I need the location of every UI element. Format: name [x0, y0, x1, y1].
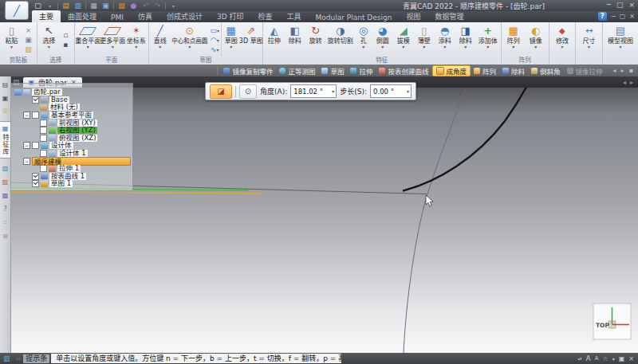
- tab-modular-plant-design[interactable]: Modular Plant Design: [308, 13, 399, 22]
- new-dropdown-icon[interactable]: ▾: [45, 2, 54, 10]
- customize-quick-access-icon[interactable]: ▾: [169, 2, 178, 10]
- doc-restore-icon[interactable]: ▢: [620, 13, 626, 20]
- line-button[interactable]: ╱ 直线▾: [150, 23, 171, 57]
- cmd-extrude[interactable]: 拉伸: [347, 65, 376, 76]
- tab-generative-design[interactable]: 创成式设计: [160, 10, 210, 22]
- text-larger-icon[interactable]: A: [586, 354, 591, 362]
- close-prompt-icon[interactable]: ×: [628, 355, 634, 362]
- redo-icon[interactable]: ↷: [153, 2, 162, 10]
- step-input[interactable]: 0.00 ° ▾: [370, 84, 412, 98]
- tab-data-management[interactable]: 数据管理: [427, 10, 471, 22]
- cmd-mirror-copy-part[interactable]: 镜像复制零件: [220, 65, 276, 76]
- angle-option-button[interactable]: ◪: [210, 84, 232, 99]
- tree-row-top-plane[interactable]: 俯视图 (XZ): [13, 135, 131, 143]
- strip-left-icon[interactable]: ◂: [613, 67, 616, 74]
- model-view-button[interactable]: ▤ 模型视图▾: [604, 23, 637, 57]
- cmd-cut[interactable]: 除料: [499, 65, 528, 76]
- hole-button[interactable]: ◎ 孔▾: [355, 23, 372, 57]
- draft-button[interactable]: ◢ 拔模▾: [393, 23, 414, 57]
- stepper-icon[interactable]: ▴▾: [578, 357, 582, 361]
- tab-3d-print[interactable]: 3D 打印: [210, 10, 251, 22]
- select-options-icon[interactable]: ▫: [61, 31, 71, 40]
- anchor-dots-icon[interactable]: ∷: [2, 218, 10, 226]
- select-filter-icon[interactable]: ▪: [61, 41, 71, 49]
- cut-icon[interactable]: ×: [23, 26, 33, 35]
- extrude-button[interactable]: ◭ 拉伸: [264, 23, 285, 57]
- help-tab-icon[interactable]: ?: [2, 205, 10, 213]
- pathfinder-tab-icon[interactable]: ▤: [2, 80, 10, 88]
- more-planes-button[interactable]: 更多平面▾: [100, 23, 125, 57]
- undo-icon[interactable]: ↶: [141, 2, 150, 10]
- checkbox-checked[interactable]: [32, 180, 39, 187]
- key-icon[interactable]: ⚿: [2, 108, 10, 115]
- tab-surfacing[interactable]: 曲面处理: [61, 10, 104, 22]
- help-icon[interactable]: ?: [598, 12, 607, 21]
- doc-close-icon[interactable]: ×: [629, 13, 635, 20]
- minimize-icon[interactable]: ─: [607, 1, 611, 9]
- round-button[interactable]: ◕ 倒圆▾: [372, 23, 393, 57]
- view-dropdown-icon[interactable]: ▾: [612, 356, 615, 362]
- sketch-button[interactable]: ▦ 草图▾: [221, 23, 241, 57]
- remove-material-button[interactable]: ◨ 除料▾: [455, 23, 476, 57]
- coordinate-system-button[interactable]: ✶ 坐标系▾: [125, 23, 148, 57]
- collapse-icon[interactable]: −: [23, 158, 30, 165]
- tree-row-reference-planes[interactable]: − 基本参考平面: [13, 112, 131, 119]
- text-smaller-icon[interactable]: A: [595, 355, 599, 362]
- checkbox-unchecked[interactable]: [40, 119, 47, 127]
- prompt-window-icon[interactable]: ▥: [3, 354, 10, 362]
- checkbox-unchecked[interactable]: [40, 127, 47, 134]
- save-icon[interactable]: ▥: [73, 2, 82, 10]
- tree-row-sketch-1[interactable]: 草图 1: [13, 180, 131, 188]
- revolve-button[interactable]: ↻ 旋转: [305, 23, 326, 57]
- print-icon[interactable]: ▦: [89, 2, 98, 10]
- arc-icon[interactable]: ◠▾: [210, 36, 220, 45]
- favorites-icon[interactable]: ☆: [603, 355, 608, 362]
- checkbox-unchecked[interactable]: [32, 142, 39, 149]
- center-point-circle-button[interactable]: ⊙ 中心和点画圆▾: [171, 23, 209, 57]
- angle-input[interactable]: 181.02 ° ▾: [290, 84, 337, 98]
- pathfinder-panel[interactable]: ┈┈┈┈┈┈ 齿轮.par Base 材料 (无) − 基本参考平面 前视图 (…: [10, 83, 133, 191]
- sketch-3d-button[interactable]: ⇗ 3D 草图: [241, 23, 262, 57]
- curve-icon[interactable]: ∿▾: [210, 45, 220, 54]
- fit-view-icon[interactable]: ▣: [619, 355, 625, 362]
- strip-grip-handle[interactable]: ┊: [215, 67, 219, 75]
- tree-row-table-curve-1[interactable]: 按表曲线 1: [13, 173, 131, 181]
- doc-minimize-icon[interactable]: ─: [612, 13, 616, 20]
- family-of-parts-tab-icon[interactable]: ▧: [2, 164, 10, 172]
- sensors-tab-icon[interactable]: ▣: [2, 94, 10, 102]
- cmd-pattern[interactable]: 阵列: [471, 65, 499, 76]
- collapse-icon[interactable]: −: [23, 142, 30, 149]
- select-button[interactable]: ↖ 选择▾: [38, 23, 60, 57]
- cmd-at-angle[interactable]: 成角度: [432, 65, 471, 76]
- cut-button[interactable]: ◧ 除料: [285, 23, 305, 57]
- coincident-plane-button[interactable]: 重合平面▾: [76, 23, 100, 57]
- angle-dropdown-icon[interactable]: ▾: [332, 88, 334, 94]
- tab-view[interactable]: 视图: [399, 10, 427, 22]
- checkbox-unchecked[interactable]: [40, 165, 47, 172]
- copy-icon[interactable]: ▣: [23, 36, 33, 45]
- rectangle-icon[interactable]: ▭▾: [210, 26, 220, 35]
- tree-row-root[interactable]: 齿轮.par: [13, 88, 131, 96]
- thin-wall-button[interactable]: ▯ 薄壁▾: [414, 23, 435, 57]
- library-icon[interactable]: ▧: [117, 2, 126, 10]
- tree-row-design-body-1[interactable]: 设计体 1: [13, 150, 131, 158]
- step-dropdown-icon[interactable]: ▾: [407, 88, 409, 94]
- strip-pin-icon[interactable]: ▪: [629, 67, 633, 74]
- cmd-sketch[interactable]: 草图: [318, 65, 347, 76]
- rendering-tab-icon[interactable]: ▩: [2, 191, 10, 199]
- pattern-button[interactable]: ▦ 阵列▾: [502, 23, 525, 57]
- revolved-cut-button[interactable]: ◑ 旋转切割: [326, 23, 355, 57]
- cmd-isometric-view[interactable]: 正等测图: [276, 65, 318, 76]
- status-menu-icon[interactable]: ▭: [16, 355, 22, 362]
- cmd-chamfer[interactable]: 倒斜角: [528, 65, 564, 76]
- ordered-modeling-bar[interactable]: 顺序建模: [32, 157, 131, 166]
- web-icon[interactable]: ●: [129, 2, 138, 10]
- tab-scroll-left-icon[interactable]: ◂: [623, 79, 626, 86]
- tab-simulation[interactable]: 仿真: [131, 10, 160, 22]
- reference-axis-button[interactable]: ⊙: [239, 84, 257, 99]
- collapse-icon[interactable]: −: [23, 112, 30, 119]
- cmd-curve-by-table[interactable]: 按表创建曲线: [376, 65, 431, 76]
- grid-tab-icon[interactable]: ⊞: [2, 232, 10, 240]
- close-icon[interactable]: ×: [628, 1, 635, 9]
- paste-button[interactable]: ▯ 粘贴▾: [1, 23, 22, 57]
